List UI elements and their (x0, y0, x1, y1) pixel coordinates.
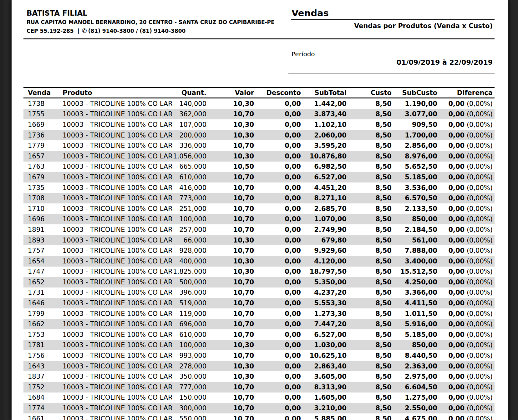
cell-subcusto: 2.975,00 (392, 373, 437, 380)
cell-custo: 8,50 (347, 394, 392, 401)
column-header-venda: Venda (23, 89, 58, 97)
cell-produto: 10003 - TRICOLINE 100% CO LARG (58, 352, 172, 359)
diferenca-percent: (0,00%) (465, 184, 493, 192)
cell-desconto: 0,00 (254, 237, 301, 244)
cell-venda: 1684 (23, 394, 58, 401)
cell-valor: 10,30 (206, 121, 254, 128)
column-header-desconto: Desconto (254, 89, 301, 97)
table-row: 166910003 - TRICOLINE 100% CO LARG107,00… (23, 119, 495, 130)
cell-subtotal: 10.876,80 (301, 152, 347, 160)
table-row: 177410003 - TRICOLINE 100% CO LARG300,00… (23, 403, 495, 413)
cell-diferenca: 0,00 (0,00%) (437, 394, 493, 401)
cell-diferenca: 0,00 (0,00%) (437, 132, 493, 139)
cell-valor: 10,30 (206, 100, 254, 108)
cell-subcusto: 909,50 (392, 121, 437, 128)
diferenca-value: 0,00 (448, 299, 465, 307)
cell-diferenca: 0,00 (0,00%) (437, 184, 493, 192)
cell-desconto: 0,00 (254, 352, 301, 359)
cell-custo: 8,50 (347, 258, 392, 265)
cell-subcusto: 850,00 (392, 341, 437, 349)
diferenca-value: 0,00 (448, 237, 465, 244)
cell-valor: 10,50 (206, 163, 254, 170)
cell-quant: 416,000 (172, 184, 206, 192)
cell-subcusto: 15.512,50 (392, 268, 437, 275)
cell-produto: 10003 - TRICOLINE 100% CO LARG (58, 331, 172, 338)
viewer-left-edge (0, 0, 4, 420)
cell-produto: 10003 - TRICOLINE 100% CO LARG (58, 226, 172, 233)
cell-diferenca: 0,00 (0,00%) (437, 268, 493, 275)
cell-custo: 8,50 (347, 215, 392, 223)
cell-desconto: 0,00 (254, 258, 301, 265)
column-header-produto: Produto (58, 89, 172, 97)
diferenca-percent: (0,00%) (465, 152, 493, 160)
table-row: 179910003 - TRICOLINE 100% CO LARG119,00… (23, 308, 495, 319)
table-row: 175610003 - TRICOLINE 100% CO LARG993,00… (23, 350, 495, 361)
table-row: 171010003 - TRICOLINE 100% CO LARG251,00… (23, 203, 495, 214)
cell-quant: 100,000 (172, 341, 206, 349)
cell-subtotal: 5.350,00 (301, 278, 347, 286)
diferenca-percent: (0,00%) (465, 373, 493, 380)
cell-desconto: 0,00 (254, 299, 301, 307)
cell-quant: 150,000 (172, 394, 206, 401)
cell-subtotal: 2.685,70 (301, 205, 347, 212)
cell-desconto: 0,00 (254, 194, 301, 202)
cell-subcusto: 5.185,00 (392, 331, 437, 338)
table-row: 175710003 - TRICOLINE 100% CO LARG928,00… (23, 245, 495, 256)
report-title: Vendas (292, 8, 329, 18)
cell-custo: 8,50 (347, 247, 392, 254)
cell-desconto: 0,00 (254, 215, 301, 223)
cell-custo: 8,50 (347, 226, 392, 233)
cell-venda: 1731 (23, 289, 58, 296)
cell-valor: 10,70 (206, 247, 254, 254)
cell-quant: 251,000 (172, 205, 206, 212)
cell-produto: 10003 - TRICOLINE 100% CO LARG (58, 215, 172, 223)
table-row: 183710003 - TRICOLINE 100% CO LARG350,00… (23, 371, 495, 382)
cell-valor: 10,70 (206, 205, 254, 212)
diferenca-value: 0,00 (448, 110, 465, 118)
diferenca-percent: (0,00%) (465, 310, 493, 318)
cell-valor: 10,30 (206, 362, 254, 370)
cell-quant: 66,000 (172, 237, 206, 244)
cell-venda: 1679 (23, 173, 58, 181)
cell-desconto: 0,00 (254, 289, 301, 296)
diferenca-percent: (0,00%) (465, 237, 493, 244)
cell-valor: 10,70 (206, 320, 254, 328)
cell-venda: 1774 (23, 404, 58, 412)
cell-valor: 10,70 (206, 383, 254, 391)
cell-quant: 200,000 (172, 132, 206, 139)
cell-produto: 10003 - TRICOLINE 100% CO LARG (58, 383, 172, 391)
diferenca-value: 0,00 (448, 373, 465, 380)
cell-diferenca: 0,00 (0,00%) (437, 341, 493, 349)
cell-produto: 10003 - TRICOLINE 100% CO LARG (58, 404, 172, 412)
cell-subtotal: 10.625,10 (301, 352, 347, 359)
cell-produto: 10003 - TRICOLINE 100% CO LARG (58, 110, 172, 118)
cell-produto: 10003 - TRICOLINE 100% CO LARG (58, 152, 172, 160)
cell-produto: 10003 - TRICOLINE 100% CO LARG (58, 320, 172, 328)
column-header-subtotal: SubTotal (301, 89, 347, 97)
cell-quant: 140,000 (172, 100, 206, 108)
cell-valor: 10,30 (206, 237, 254, 244)
cell-desconto: 0,00 (254, 362, 301, 370)
diferenca-percent: (0,00%) (465, 100, 493, 108)
cell-diferenca: 0,00 (0,00%) (437, 121, 493, 128)
cell-desconto: 0,00 (254, 310, 301, 318)
cell-subtotal: 3.605,00 (301, 373, 347, 380)
cell-desconto: 0,00 (254, 173, 301, 181)
cell-venda: 1669 (23, 121, 58, 128)
cell-subcusto: 8.976,00 (392, 152, 437, 160)
period-value: 01/09/2019 à 22/09/2019 (291, 58, 493, 66)
company-phones: (81) 9140-3800 / (81) 9140-3800 (88, 28, 186, 34)
table-row: 175510003 - TRICOLINE 100% CO LARG362,00… (23, 109, 495, 120)
cell-quant: 777,000 (172, 383, 206, 391)
phone-icon: ✆ (82, 27, 87, 34)
diferenca-value: 0,00 (448, 226, 465, 233)
cell-diferenca: 0,00 (0,00%) (437, 258, 493, 265)
cell-subtotal: 5.885,00 (301, 415, 347, 420)
cell-quant: 610,000 (172, 173, 206, 181)
diferenca-value: 0,00 (448, 142, 465, 149)
cell-subcusto: 6.570,50 (392, 194, 437, 202)
cell-valor: 10,70 (206, 184, 254, 192)
cell-valor: 10,70 (206, 173, 254, 181)
table-row: 173110003 - TRICOLINE 100% CO LARG396,00… (23, 288, 495, 298)
diferenca-percent: (0,00%) (465, 320, 493, 328)
